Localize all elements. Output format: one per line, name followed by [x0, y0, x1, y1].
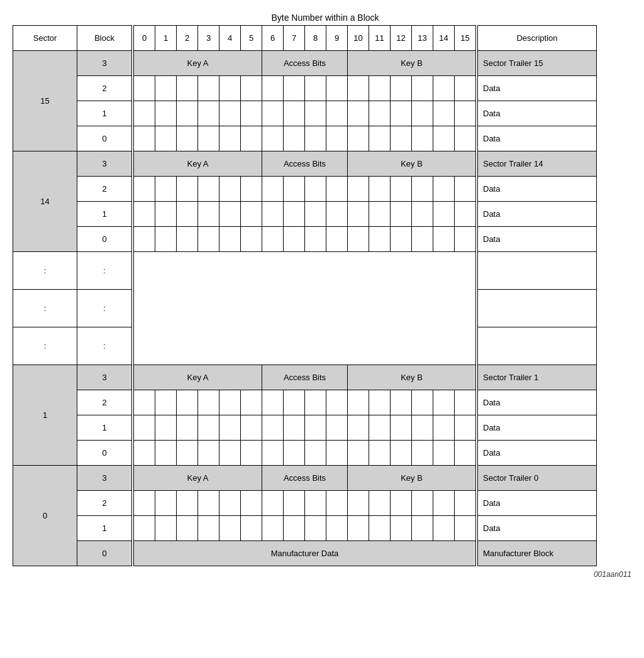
ellipsis-middle-2 [134, 290, 476, 327]
desc-row: Data [478, 101, 597, 126]
sector-header: Sector [13, 26, 77, 51]
byte-5: 5 [241, 26, 262, 51]
desc-data-1-1: Data [478, 415, 597, 441]
sector-14-cell: 14 [13, 151, 77, 252]
access-bits-15: Access Bits [262, 51, 348, 76]
byte-11: 11 [369, 26, 391, 51]
desc-data-14-2: Data [478, 177, 597, 202]
block-15-2: 2 [77, 76, 132, 101]
desc-row: Data [478, 76, 597, 101]
ellipsis-row: : : [13, 290, 132, 327]
sector15-data-0 [134, 126, 476, 151]
ellipsis-block-2: : [77, 290, 132, 327]
page-container: Byte Number within a Block Sector Block … [13, 13, 631, 579]
desc-empty-2 [478, 290, 597, 327]
ellipsis-sector: : [13, 252, 77, 290]
ellipsis-middle-3 [134, 327, 476, 365]
ellipsis-sector-2: : [13, 290, 77, 327]
description-header: Description [478, 26, 597, 51]
block-1-0: 0 [77, 441, 132, 466]
ellipsis-middle-1 [134, 252, 476, 290]
desc-sector-trailer-0: Sector Trailer 0 [478, 466, 597, 491]
byte-3: 3 [198, 26, 219, 51]
sector-0-cell: 0 [13, 466, 77, 566]
desc-row-empty [478, 327, 597, 365]
right-table: Description Sector Trailer 15 Data Data … [477, 25, 597, 566]
byte-7: 7 [284, 26, 305, 51]
byte-12: 12 [391, 26, 412, 51]
byte-10: 10 [348, 26, 369, 51]
key-a-14: Key A [134, 151, 262, 177]
desc-row: Data [478, 441, 597, 466]
desc-manufacturer-block: Manufacturer Block [478, 541, 597, 566]
byte-2: 2 [177, 26, 198, 51]
sector-1-cell: 1 [13, 365, 77, 466]
key-a-15: Key A [134, 51, 262, 76]
block-0-0: 0 [77, 541, 132, 566]
desc-data-14-0: Data [478, 227, 597, 252]
page-title: Byte Number within a Block [13, 13, 631, 23]
desc-row: Data [478, 491, 597, 516]
desc-row: Data [478, 516, 597, 541]
main-layout: Sector Block 15 3 2 1 0 [13, 25, 631, 566]
byte-4: 4 [219, 26, 241, 51]
desc-data-1-0: Data [478, 441, 597, 466]
table-row: 1 3 [13, 365, 132, 390]
desc-row: Data [478, 177, 597, 202]
desc-row-empty [478, 290, 597, 327]
desc-row: Data [478, 390, 597, 415]
sector0-data-2 [134, 491, 476, 516]
block-1-2: 2 [77, 390, 132, 415]
sector14-data-1 [134, 202, 476, 227]
block-14-0: 0 [77, 227, 132, 252]
access-bits-14: Access Bits [262, 151, 348, 177]
byte-header-row: 0 1 2 3 4 5 6 7 8 9 10 11 12 13 14 15 [134, 26, 476, 51]
ellipsis-block-1: : [77, 252, 132, 290]
block-15-0: 0 [77, 126, 132, 151]
desc-row: Data [478, 415, 597, 441]
byte-6: 6 [262, 26, 284, 51]
block-1-1: 1 [77, 415, 132, 441]
byte-14: 14 [433, 26, 455, 51]
block-1-3: 3 [77, 365, 132, 390]
desc-data-1-2: Data [478, 390, 597, 415]
key-a-1: Key A [134, 365, 262, 390]
desc-empty-3 [478, 327, 597, 365]
block-0-3: 3 [77, 466, 132, 491]
block-0-1: 1 [77, 516, 132, 541]
desc-row: Sector Trailer 14 [478, 151, 597, 177]
desc-data-15-1: Data [478, 101, 597, 126]
desc-row: Sector Trailer 0 [478, 466, 597, 491]
byte-15: 15 [455, 26, 476, 51]
byte-13: 13 [412, 26, 433, 51]
desc-data-0-1: Data [478, 516, 597, 541]
sector0-data-1 [134, 516, 476, 541]
manufacturer-row: Manufacturer Data [134, 541, 476, 566]
left-table: Sector Block 15 3 2 1 0 [13, 25, 132, 566]
block-14-3: 3 [77, 151, 132, 177]
desc-row-empty [478, 252, 597, 290]
ellipsis-row: : : [13, 327, 132, 365]
block-14-2: 2 [77, 177, 132, 202]
key-b-14: Key B [348, 151, 476, 177]
desc-row: Data [478, 227, 597, 252]
ellipsis-row: : : [13, 252, 132, 290]
key-a-0: Key A [134, 466, 262, 491]
sector1-data-2 [134, 390, 476, 415]
desc-data-15-2: Data [478, 76, 597, 101]
byte-9: 9 [326, 26, 348, 51]
sector15-trailer-row: Key A Access Bits Key B [134, 51, 476, 76]
sector1-data-0 [134, 441, 476, 466]
sector-15-cell: 15 [13, 51, 77, 151]
key-b-0: Key B [348, 466, 476, 491]
desc-row: Sector Trailer 1 [478, 365, 597, 390]
byte-8: 8 [305, 26, 326, 51]
desc-sector-trailer-14: Sector Trailer 14 [478, 151, 597, 177]
desc-empty-1 [478, 252, 597, 290]
sector1-trailer-row: Key A Access Bits Key B [134, 365, 476, 390]
desc-sector-trailer-15: Sector Trailer 15 [478, 51, 597, 76]
key-b-1: Key B [348, 365, 476, 390]
table-row: 15 3 [13, 51, 132, 76]
middle-table: 0 1 2 3 4 5 6 7 8 9 10 11 12 13 14 15 [133, 25, 476, 566]
desc-row: Sector Trailer 15 [478, 51, 597, 76]
